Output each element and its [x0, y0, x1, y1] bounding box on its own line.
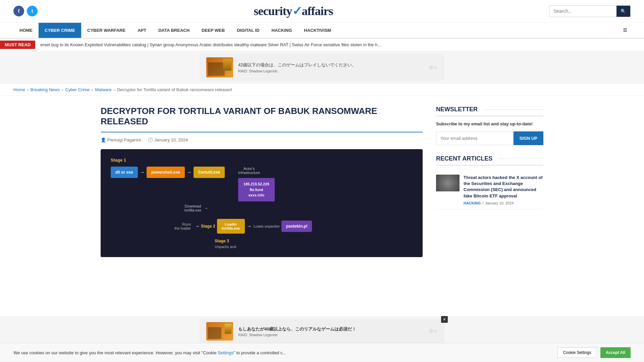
stage1-left: dll or exe → powershell.exe → Certutil.e… [111, 167, 225, 178]
breadcrumb-sep-4: » [113, 88, 115, 92]
loads-unpacker-label: Loads unpacker [254, 224, 280, 228]
loader-box: Loadertortilla.exe [217, 219, 245, 234]
nav-item-digital-id[interactable]: DIGITAL ID [231, 23, 265, 38]
nav-item-deep-web[interactable]: DEEP WEB [196, 23, 231, 38]
logo-check-icon: ✓ [292, 4, 302, 18]
article-diagram: Stage 1 dll or exe → powershell.exe → Ce… [101, 149, 423, 257]
article-tag-hacking: HACKING [464, 201, 481, 205]
facebook-icon[interactable]: f [13, 6, 24, 16]
article-title: DECRYPTOR FOR TORTILLA VARIANT OF BABUK … [101, 106, 423, 127]
newsletter-signup-button[interactable]: SIGN UP [514, 131, 543, 145]
ip-box: 185.219.52.229fbi.fundxxxs.info [238, 178, 274, 201]
article-card-content-1: Threat actors hacked the X account of th… [464, 175, 543, 205]
breadcrumb-sep-2: » [61, 88, 63, 92]
download-row: Downloadtortilla.exe ← [184, 204, 413, 212]
author-name: Pierluigi Paganini [107, 137, 141, 142]
author-icon: 👤 [101, 137, 106, 142]
article-meta: 👤 Pierluigi Paganini 🕐 January 10, 2024 [101, 137, 423, 142]
breadcrumb-sep-3: » [91, 88, 93, 92]
ticker-label: MUST READ [0, 41, 35, 49]
newsletter-email-input[interactable] [436, 131, 514, 145]
breadcrumb: Home » Breaking News » Cyber Crime » Mal… [0, 84, 644, 96]
runs-loader-label: Runsthe loader [174, 222, 191, 230]
arrow-down: ← [205, 206, 209, 210]
certutil-box: Certutil.exe [194, 167, 225, 178]
nav-item-cyber-warfare[interactable]: CYBER WARFARE [81, 23, 131, 38]
breadcrumb-home[interactable]: Home [13, 87, 25, 92]
ad-text-top: 42歳以下の場合は、このゲームはプレイしないでください。 RAID: Shado… [238, 62, 356, 73]
article-date-1: January 10, 2024 [485, 201, 514, 205]
nav-item-hacktivism[interactable]: HACKTIVISM [298, 23, 337, 38]
nav-item-hacking[interactable]: HACKING [266, 23, 298, 38]
ad-inner-top[interactable]: 42歳以下の場合は、このゲームはプレイしないでください。 RAID: Shado… [200, 54, 444, 81]
ad-icon-top: ⓘ ▷ [429, 65, 438, 70]
stage1-label: Stage 1 [111, 158, 413, 163]
news-ticker: MUST READ erset bug to its Known Exploit… [0, 39, 644, 51]
site-logo[interactable]: security✓affairs [254, 4, 333, 18]
article-divider [101, 132, 423, 132]
nav-item-cyber-crime[interactable]: CYBER CRIME [39, 23, 81, 38]
stage2-flow: Runsthe loader → Stage 2 Loadertortilla.… [174, 219, 413, 234]
recent-article-card-1[interactable]: Threat actors hacked the X account of th… [436, 171, 543, 209]
date-icon: 🕐 [148, 137, 153, 142]
newsletter-description: Subscribe to my email list and stay up-t… [436, 121, 543, 126]
breadcrumb-breaking-news[interactable]: Breaking News [31, 87, 60, 92]
breadcrumb-cyber-crime[interactable]: Cyber Crime [65, 87, 90, 92]
breadcrumb-current: Decryptor for Tortilla variant of Babuk … [117, 87, 232, 92]
nav-menu-icon[interactable]: ≡ [620, 22, 631, 38]
newsletter-title: NEWSLETTER [436, 106, 543, 116]
navigation: HOME CYBER CRIME CYBER WARFARE APT DATA … [0, 22, 644, 39]
search-input[interactable] [549, 6, 616, 16]
diagram-stage1-area: Stage 1 dll or exe → powershell.exe → Ce… [111, 158, 413, 212]
powershell-box: powershell.exe [147, 167, 185, 178]
stage1-right: Actor'sInfrastructure 185.219.52.229fbi.… [238, 167, 274, 201]
stage1-flow: dll or exe → powershell.exe → Certutil.e… [111, 167, 413, 201]
search-button[interactable]: 🔍 [616, 6, 630, 17]
ad-banner-top: 42歳以下の場合は、このゲームはプレイしないでください。 RAID: Shado… [0, 51, 644, 84]
sidebar: NEWSLETTER Subscribe to my email list an… [436, 106, 543, 264]
newsletter-section: NEWSLETTER Subscribe to my email list an… [436, 106, 543, 145]
twitter-icon[interactable]: t [27, 6, 38, 16]
date-value: January 10, 2024 [154, 137, 188, 142]
article-content: DECRYPTOR FOR TORTILLA VARIANT OF BABUK … [101, 106, 423, 264]
arrow-4: → [245, 223, 254, 229]
logo-text2: affairs [302, 4, 333, 18]
ticker-text: erset bug to its Known Exploited Vulnera… [40, 42, 381, 47]
pastebin-box: pastebin.pl [281, 221, 312, 232]
arrow-3: → [194, 223, 201, 229]
article-author: 👤 Pierluigi Paganini [101, 137, 141, 142]
recent-articles-section: RECENT ARTICLES Threat actors hacked the… [436, 155, 543, 209]
search-container: 🔍 [549, 5, 631, 17]
stage3-label: Stage 3 [215, 239, 413, 243]
download-text: Downloadtortilla.exe [184, 204, 201, 212]
article-card-meta-1: HACKING / January 10, 2024 [464, 201, 543, 205]
diagram-stage2-area: Runsthe loader → Stage 2 Loadertortilla.… [111, 219, 413, 234]
meta-separator: / [482, 201, 483, 205]
social-links: f t [13, 6, 38, 16]
logo-text: security [254, 4, 292, 18]
search-icon: 🔍 [621, 9, 626, 14]
nav-item-data-breach[interactable]: DATA BREACH [152, 23, 196, 38]
unpacks-label: Unpacks and [215, 245, 413, 249]
ad-image-top [206, 57, 233, 77]
article-thumbnail-1 [436, 175, 460, 191]
nav-item-home[interactable]: HOME [13, 23, 39, 38]
article-date: 🕐 January 10, 2024 [148, 137, 188, 142]
actor-infra-label: Actor'sInfrastructure [238, 167, 260, 175]
arrow-1: → [138, 169, 147, 175]
breadcrumb-malware[interactable]: Malware [95, 87, 111, 92]
breadcrumb-sep-1: » [27, 88, 29, 92]
main-layout: DECRYPTOR FOR TORTILLA VARIANT OF BABUK … [87, 96, 557, 274]
article-card-title-1: Threat actors hacked the X account of th… [464, 175, 543, 199]
stage2-label-text: Stage 2 [201, 224, 215, 229]
recent-articles-title: RECENT ARTICLES [436, 155, 543, 166]
nav-item-apt[interactable]: APT [131, 23, 152, 38]
dll-box: dll or exe [111, 167, 138, 178]
diagram-stage3-area: Stage 3 Unpacks and [215, 239, 413, 249]
arrow-2: → [185, 169, 194, 175]
newsletter-form: SIGN UP [436, 131, 543, 145]
header: f t security✓affairs 🔍 [0, 0, 644, 22]
